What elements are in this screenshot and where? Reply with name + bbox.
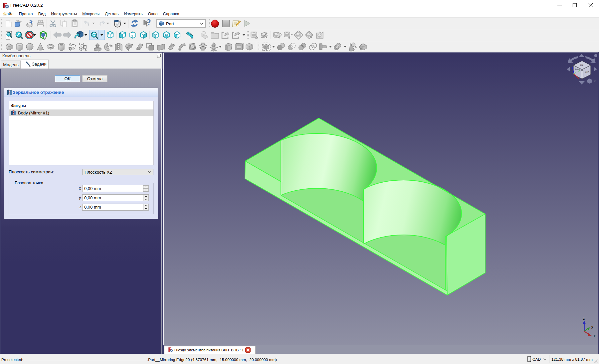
svg-text:y: y [591, 325, 593, 329]
svg-text:TOP: TOP [580, 64, 584, 66]
svg-text:x: x [594, 334, 596, 338]
svg-text:z: z [583, 317, 585, 320]
